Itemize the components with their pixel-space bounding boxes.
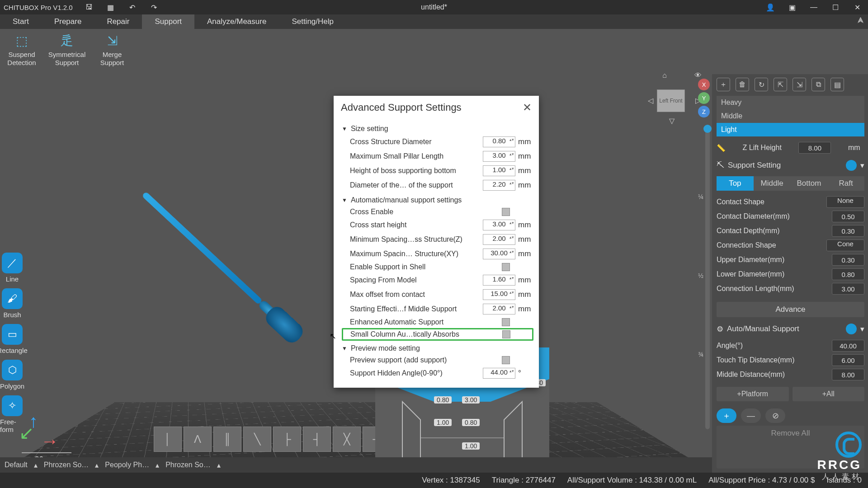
export-icon[interactable]: ⇲ (793, 78, 806, 91)
maximize-icon[interactable]: ☐ (828, 3, 843, 12)
user-icon[interactable]: 👤 (763, 3, 778, 12)
tab-bottom[interactable]: Bottom (791, 176, 828, 191)
ribbon-suspend-detection[interactable]: ⬚ SuspendDetection (4, 33, 40, 67)
y-badge[interactable]: Y (698, 92, 710, 104)
dialog-spinner[interactable]: 30.00 (483, 249, 515, 259)
chevron-down-icon[interactable]: ▾ (860, 324, 864, 334)
thumb-6[interactable]: ┤ (303, 427, 331, 452)
dialog-spinner[interactable]: 2.20 (483, 180, 515, 191)
tool-line[interactable]: ／Line (2, 253, 23, 283)
feedback-icon[interactable]: ▣ (785, 3, 799, 12)
copy-icon[interactable]: ⧉ (811, 78, 825, 91)
dialog-checkbox[interactable] (502, 318, 510, 326)
dialog-spinner[interactable]: 3.00 (483, 151, 515, 162)
redo-icon[interactable]: ↷ (147, 3, 161, 12)
dialog-spinner[interactable]: 3.00 (483, 220, 515, 230)
model-preview[interactable] (71, 116, 372, 416)
collapse-icon[interactable]: ▼ (342, 197, 347, 203)
menu-support[interactable]: Support (142, 14, 194, 29)
tool-rectangle[interactable]: ▭Rectangle (0, 324, 28, 354)
dialog-spinner[interactable]: 1.00 (483, 165, 515, 176)
advance-button[interactable]: Advance (717, 302, 864, 317)
dialog-checkbox[interactable] (502, 330, 510, 338)
thumb-4[interactable]: ╲ (243, 427, 271, 452)
ribbon-merge-support[interactable]: ⇲ MergeSupport (94, 33, 130, 67)
tab-raft[interactable]: Raft (827, 176, 864, 191)
field-input[interactable] (832, 225, 864, 237)
add-icon[interactable]: ＋ (717, 78, 730, 91)
field-input[interactable] (832, 211, 864, 222)
collapse-ribbon-icon[interactable]: ⮝ (857, 16, 864, 24)
tab-top[interactable]: Top (717, 176, 754, 191)
dialog-spinner[interactable]: 2.00 (483, 234, 515, 245)
z-badge[interactable]: Z (698, 106, 710, 117)
field-input[interactable] (832, 268, 864, 280)
thumb-1[interactable]: │ (154, 427, 182, 452)
thumb-5[interactable]: ├ (273, 427, 301, 452)
eye-toggle-icon[interactable] (846, 324, 857, 334)
block-support-icon[interactable]: ⊘ (765, 408, 785, 423)
slider-knob[interactable] (703, 125, 712, 133)
close-icon[interactable]: ✕ (850, 3, 864, 12)
field-input[interactable] (832, 254, 864, 266)
dialog-checkbox[interactable] (502, 356, 510, 364)
chevron-up-icon[interactable]: ▴ (217, 461, 221, 469)
thumb-2[interactable]: Λ (184, 427, 212, 452)
chevron-down-icon[interactable]: ▾ (860, 161, 864, 170)
field-select[interactable]: Cone (826, 239, 864, 251)
x-badge[interactable]: X (698, 79, 710, 90)
save-icon[interactable]: 🖫 (82, 3, 96, 12)
open-icon[interactable]: ▦ (104, 3, 118, 12)
reset-icon[interactable]: ↻ (755, 78, 768, 91)
preset-middle[interactable]: Middle (717, 109, 864, 123)
add-all-button[interactable]: +All (793, 387, 865, 401)
profile-printer2[interactable]: Peopoly Ph… (105, 461, 149, 469)
collapse-icon[interactable]: ▼ (342, 345, 347, 352)
field-input[interactable] (832, 283, 864, 295)
import-icon[interactable]: ⇱ (774, 78, 787, 91)
orientation-cube[interactable]: Left Front (657, 89, 685, 112)
collapse-icon[interactable]: ▼ (342, 126, 347, 132)
home-icon[interactable]: ⌂ (662, 71, 667, 80)
undo-icon[interactable]: ↶ (125, 3, 140, 12)
field-input[interactable] (832, 354, 864, 366)
field-input[interactable] (832, 369, 864, 380)
dialog-spinner[interactable]: 2.00 (483, 304, 515, 314)
dialog-checkbox[interactable] (502, 208, 510, 216)
tab-middle[interactable]: Middle (754, 176, 791, 191)
dialog-spinner[interactable]: 0.80 (483, 136, 515, 147)
field-select[interactable]: None (826, 196, 864, 208)
profile-printer1[interactable]: Phrozen So… (44, 461, 89, 469)
thumb-3[interactable]: ║ (213, 427, 241, 452)
nav-cube[interactable]: ⌂ 👁 Left Front ◁ ▷ ▽ (628, 71, 705, 135)
eye-toggle-icon[interactable] (846, 160, 857, 171)
add-platform-button[interactable]: +Platform (717, 387, 789, 401)
tool-brush[interactable]: 🖌Brush (2, 288, 23, 319)
dialog-spinner[interactable]: 44.00 (483, 368, 515, 379)
dialog-spinner[interactable]: 15.00 (483, 289, 515, 300)
thumb-7[interactable]: ╳ (333, 427, 361, 452)
zlift-input[interactable] (798, 142, 831, 154)
menu-analyze[interactable]: Analyze/Measure (194, 14, 279, 29)
field-input[interactable] (832, 340, 864, 352)
chevron-up-icon[interactable]: ▴ (34, 461, 38, 469)
remove-support-icon[interactable]: — (741, 408, 761, 423)
dialog-checkbox[interactable] (502, 263, 510, 271)
chevron-up-icon[interactable]: ▴ (156, 461, 159, 469)
profile-printer3[interactable]: Phrozen So… (165, 461, 211, 469)
delete-icon[interactable]: 🗑 (736, 78, 749, 91)
arrow-left-icon[interactable]: ◁ (648, 96, 653, 105)
add-support-icon[interactable]: ＋ (717, 408, 736, 423)
tool-freeform[interactable]: ✧Free-form (0, 395, 24, 433)
profile-default[interactable]: Default (5, 461, 28, 469)
chevron-up-icon[interactable]: ▴ (95, 461, 99, 469)
ribbon-symmetrical-support[interactable]: ⾡ SymmetricalSupport (49, 33, 85, 67)
layer-slider[interactable]: ¼ ½ ¾ (705, 127, 710, 429)
menu-repair[interactable]: Repair (94, 14, 142, 29)
menu-start[interactable]: Start (0, 14, 42, 29)
menu-prepare[interactable]: Prepare (42, 14, 94, 29)
arrow-down-icon[interactable]: ▽ (669, 117, 675, 125)
save-preset-icon[interactable]: ▤ (830, 78, 844, 91)
dialog-close-icon[interactable]: ✕ (523, 101, 532, 114)
dialog-spinner[interactable]: 1.60 (483, 275, 515, 286)
